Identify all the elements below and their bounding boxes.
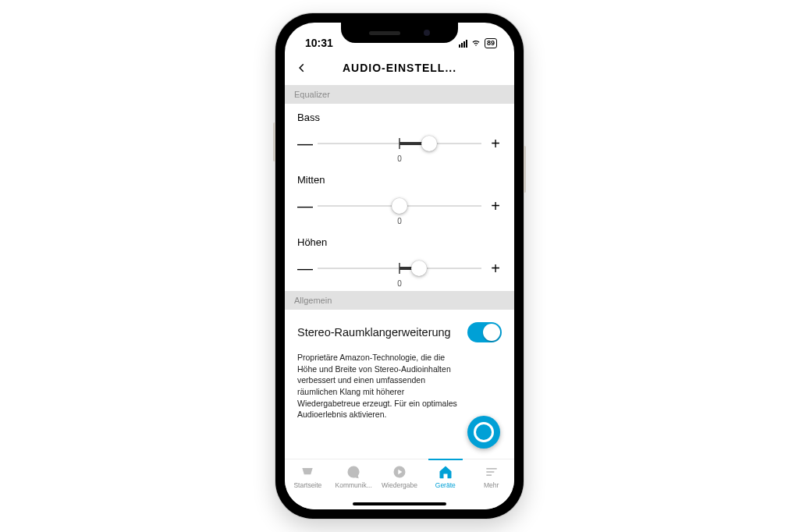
home-icon: [299, 464, 316, 480]
eq-row-bass: Bass — + 0: [285, 104, 514, 166]
stereo-toggle-label: Stereo-Raumklangerweiterung: [297, 326, 451, 339]
hoehen-decrease-button[interactable]: —: [297, 261, 310, 276]
back-button[interactable]: [293, 59, 311, 77]
eq-label-bass: Bass: [297, 112, 502, 123]
svg-rect-3: [486, 474, 492, 476]
signal-icon: [459, 40, 467, 48]
mitten-tick-label: 0: [297, 217, 502, 225]
tab-label-devices: Geräte: [435, 481, 456, 489]
content: Equalizer Bass — + 0 Mitten: [285, 85, 514, 459]
tab-label-comm: Kommunik...: [336, 481, 372, 489]
bass-tick-label: 0: [297, 154, 502, 163]
bass-decrease-button[interactable]: —: [297, 136, 310, 151]
hoehen-slider[interactable]: [318, 259, 481, 278]
alexa-icon: [474, 422, 494, 442]
phone-frame: 10:31 89 AUDIO-EINSTELL... Equalizer Bas…: [275, 13, 524, 519]
page-header: AUDIO-EINSTELL...: [285, 51, 514, 85]
eq-label-mitten: Mitten: [297, 174, 502, 186]
eq-row-mitten: Mitten — + 0: [285, 166, 514, 229]
mitten-slider[interactable]: [318, 197, 481, 215]
svg-rect-1: [486, 468, 496, 470]
tab-devices[interactable]: Geräte: [422, 464, 468, 489]
tab-label-home: Startseite: [293, 481, 321, 489]
screen: 10:31 89 AUDIO-EINSTELL... Equalizer Bas…: [285, 23, 514, 509]
section-header-equalizer: Equalizer: [285, 85, 514, 104]
notch: [341, 23, 458, 43]
bass-slider[interactable]: [318, 134, 481, 153]
play-icon: [391, 464, 408, 480]
svg-rect-2: [486, 471, 494, 473]
page-title: AUDIO-EINSTELL...: [343, 62, 456, 74]
tab-play[interactable]: Wiedergabe: [377, 464, 423, 489]
eq-row-hoehen: Höhen — + 0: [285, 229, 514, 291]
tab-communicate[interactable]: Kommunik...: [331, 464, 377, 489]
tab-label-more: Mehr: [484, 481, 499, 489]
battery-indicator: 89: [485, 38, 497, 48]
hoehen-increase-button[interactable]: +: [489, 261, 502, 276]
home-indicator[interactable]: [353, 502, 446, 505]
chat-icon: [345, 464, 362, 480]
alexa-fab[interactable]: [467, 416, 500, 449]
stereo-toggle-row: Stereo-Raumklangerweiterung: [285, 310, 514, 350]
bass-increase-button[interactable]: +: [489, 136, 502, 151]
chevron-left-icon: [297, 62, 307, 73]
more-icon: [483, 464, 500, 480]
eq-label-hoehen: Höhen: [297, 236, 502, 248]
mitten-decrease-button[interactable]: —: [297, 198, 310, 214]
tab-more[interactable]: Mehr: [468, 464, 514, 489]
section-header-general: Allgemein: [285, 291, 514, 310]
mitten-increase-button[interactable]: +: [489, 198, 502, 214]
tab-home[interactable]: Startseite: [285, 464, 331, 489]
status-time: 10:31: [305, 37, 333, 49]
wifi-icon: [471, 37, 481, 49]
hoehen-tick-label: 0: [297, 279, 502, 288]
devices-icon: [437, 464, 454, 480]
tab-label-play: Wiedergabe: [382, 481, 417, 489]
stereo-toggle[interactable]: [467, 322, 502, 342]
